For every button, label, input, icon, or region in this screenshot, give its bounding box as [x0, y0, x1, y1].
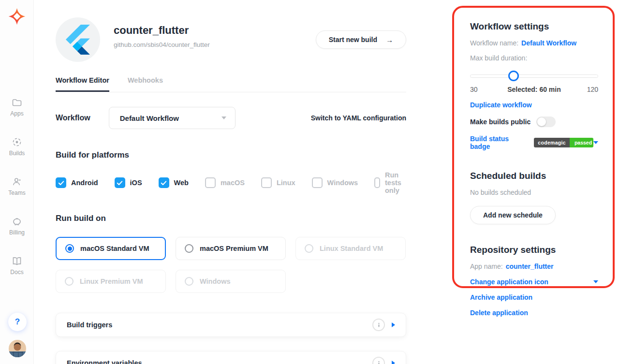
- chevron-down-icon: [221, 116, 226, 119]
- checkbox-ios[interactable]: iOS: [115, 177, 142, 188]
- main-content: counter_flutter github.com/sbis04/counte…: [56, 0, 406, 364]
- user-avatar[interactable]: [9, 340, 26, 357]
- header-text: counter_flutter github.com/sbis04/counte…: [114, 24, 210, 62]
- slider-max-label: 120: [587, 86, 598, 93]
- workflow-select[interactable]: Default Workflow: [109, 107, 236, 129]
- build-status-badge-row: Build status badge codemagic passed: [470, 135, 598, 150]
- sidebar-item-label: Teams: [8, 189, 25, 196]
- run-build-heading: Run build on: [56, 214, 406, 223]
- checkbox-macos[interactable]: macOS: [205, 177, 245, 188]
- radio-unselected-icon: [185, 244, 193, 253]
- slider-min-label: 30: [470, 86, 478, 93]
- archive-application-link[interactable]: Archive application: [470, 293, 532, 301]
- make-builds-public-row: Make builds public: [470, 116, 598, 127]
- vm-option-windows: Windows: [176, 270, 286, 293]
- workflow-name-link[interactable]: Default Workflow: [521, 39, 576, 47]
- vm-option-linux-standard: Linux Standard VM: [295, 237, 406, 260]
- tab-bar: Workflow Editor Webhooks: [56, 76, 406, 92]
- sidebar-nav: Apps Builds Teams Billing: [0, 97, 34, 295]
- no-builds-scheduled-text: No builds scheduled: [470, 189, 598, 196]
- tab-webhooks[interactable]: Webhooks: [128, 76, 163, 92]
- build-status-badge-link[interactable]: Build status badge: [470, 135, 527, 150]
- workflow-settings-panel annotation-highlight: Workflow settings Workflow name: Default…: [452, 6, 615, 288]
- info-icon[interactable]: [372, 357, 385, 364]
- checkbox-checked-icon: [159, 177, 169, 188]
- scheduled-builds-heading: Scheduled builds: [470, 171, 598, 181]
- docs-book-icon: [11, 255, 23, 267]
- sidebar-item-label: Apps: [10, 110, 23, 117]
- checkbox-unchecked-icon: [205, 177, 216, 188]
- teams-person-icon: [11, 176, 23, 188]
- help-button[interactable]: ?: [8, 313, 27, 331]
- sidebar-item-label: Builds: [9, 150, 25, 157]
- checkbox-unchecked-icon: [261, 177, 272, 188]
- slider-track[interactable]: [470, 74, 598, 78]
- workflow-name-row: Workflow name: Default Workflow: [470, 39, 598, 47]
- sidebar: Apps Builds Teams Billing: [0, 0, 34, 364]
- change-application-icon-link[interactable]: Change application icon: [470, 278, 548, 286]
- workflow-label: Workflow: [56, 114, 90, 122]
- app-name-row: App name: counter_flutter: [470, 262, 598, 270]
- make-builds-public-toggle[interactable]: [536, 116, 556, 127]
- chevron-down-icon[interactable]: [593, 280, 598, 283]
- checkbox-web[interactable]: Web: [159, 177, 189, 188]
- radio-disabled-icon: [185, 277, 193, 286]
- page-title: counter_flutter: [114, 24, 210, 37]
- flutter-app-logo-icon: [56, 17, 100, 62]
- vm-option-macos-standard[interactable]: macOS Standard VM: [56, 237, 166, 260]
- builds-gear-icon: [11, 136, 23, 148]
- app-name-link[interactable]: counter_flutter: [506, 262, 554, 270]
- arrow-right-icon: →: [386, 36, 393, 44]
- tab-workflow-editor[interactable]: Workflow Editor: [56, 76, 109, 92]
- change-application-icon-row: Change application icon: [470, 278, 598, 286]
- app-header: counter_flutter github.com/sbis04/counte…: [56, 17, 406, 62]
- add-new-schedule-button[interactable]: Add new schedule: [470, 206, 556, 224]
- start-new-build-button[interactable]: Start new build →: [316, 30, 406, 49]
- status-badge: codemagic passed: [534, 138, 593, 147]
- vm-option-grid: macOS Standard VM macOS Premium VM Linux…: [56, 237, 406, 293]
- sidebar-item-builds[interactable]: Builds: [9, 136, 25, 157]
- vm-option-macos-premium[interactable]: macOS Premium VM: [176, 237, 286, 260]
- max-duration-label: Max build duration:: [470, 54, 598, 62]
- vm-option-linux-premium: Linux Premium VM: [56, 270, 166, 293]
- codemagic-logo-icon[interactable]: [8, 8, 26, 25]
- slider-labels: 30 Selected: 60 min 120: [470, 86, 598, 93]
- radio-disabled-icon: [305, 244, 313, 253]
- accordion-build-triggers[interactable]: Build triggers: [56, 313, 406, 337]
- info-icon[interactable]: [372, 319, 385, 331]
- radio-disabled-icon: [65, 277, 74, 286]
- repo-url: github.com/sbis04/counter_flutter: [114, 41, 210, 48]
- checkbox-unchecked-icon: [312, 177, 323, 188]
- apps-folder-icon: [11, 97, 23, 108]
- chevron-down-icon[interactable]: [593, 141, 598, 144]
- slider-thumb[interactable]: [508, 71, 519, 81]
- sidebar-item-apps[interactable]: Apps: [10, 97, 23, 117]
- sidebar-item-docs[interactable]: Docs: [10, 255, 23, 276]
- sidebar-item-label: Billing: [9, 229, 25, 236]
- radio-selected-icon: [65, 244, 74, 253]
- platforms-heading: Build for platforms: [56, 150, 406, 160]
- checkbox-run-tests-only[interactable]: Run tests only: [374, 171, 406, 194]
- platform-checkbox-row: Android iOS Web macOS Linux Windows: [56, 171, 406, 194]
- expand-arrow-icon[interactable]: [392, 361, 395, 364]
- checkbox-android[interactable]: Android: [56, 177, 98, 188]
- delete-application-link[interactable]: Delete application: [470, 309, 528, 317]
- billing-piggybank-icon: [11, 216, 23, 227]
- checkbox-unchecked-icon: [374, 177, 380, 188]
- workflow-row: Workflow Default Workflow Switch to YAML…: [56, 107, 406, 129]
- checkbox-checked-icon: [56, 177, 66, 188]
- switch-to-yaml-link[interactable]: Switch to YAML configuration: [311, 114, 406, 122]
- slider-selected-label: Selected: 60 min: [507, 86, 561, 93]
- max-duration-slider[interactable]: [470, 71, 598, 81]
- checkbox-windows[interactable]: Windows: [312, 177, 358, 188]
- accordion-environment-variables[interactable]: Environment variables: [56, 351, 406, 364]
- sidebar-item-teams[interactable]: Teams: [8, 176, 25, 196]
- duplicate-workflow-link[interactable]: Duplicate workflow: [470, 101, 532, 109]
- repository-settings-heading: Repository settings: [470, 245, 598, 255]
- checkbox-linux[interactable]: Linux: [261, 177, 295, 188]
- checkbox-checked-icon: [115, 177, 125, 188]
- sidebar-item-billing[interactable]: Billing: [9, 216, 25, 236]
- sidebar-item-label: Docs: [10, 269, 23, 276]
- expand-arrow-icon[interactable]: [392, 322, 395, 327]
- workflow-settings-heading: Workflow settings: [470, 21, 598, 32]
